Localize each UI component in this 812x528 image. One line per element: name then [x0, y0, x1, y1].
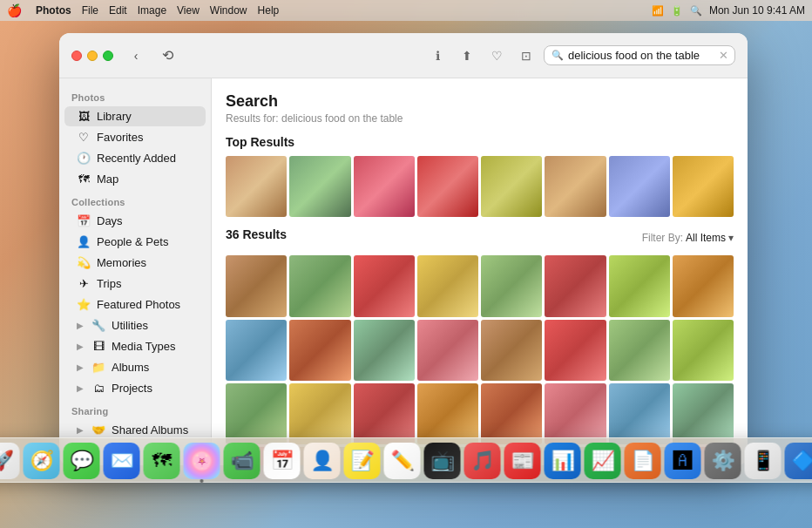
utilities-icon: 🔧 [91, 319, 105, 332]
menubar: 🍎 Photos File Edit Image View Window Hel… [0, 0, 812, 21]
table-row[interactable] [417, 156, 478, 217]
sidebar-item-trips[interactable]: ✈ Trips [64, 274, 206, 294]
dock-launchpad[interactable]: 🚀 [0, 443, 20, 479]
rotate-button[interactable]: ⟲ [155, 44, 179, 68]
sidebar-item-memories[interactable]: 💫 Memories [64, 253, 206, 273]
sidebar-item-map-label: Map [97, 173, 118, 186]
dock-maps[interactable]: 🗺 [144, 443, 180, 479]
table-row[interactable] [481, 156, 542, 217]
heart-icon[interactable]: ♡ [484, 44, 509, 68]
list-item[interactable] [354, 383, 415, 444]
recently-added-icon: 🕐 [77, 152, 91, 165]
list-item[interactable] [545, 320, 606, 381]
crop-icon[interactable]: ⊡ [514, 44, 538, 68]
dock-photos-dot [200, 479, 204, 483]
sidebar-item-days[interactable]: 📅 Days [64, 211, 206, 231]
sidebar-item-albums[interactable]: ▶ 📁 Albums [64, 357, 206, 377]
close-button[interactable] [71, 51, 82, 61]
dock-news[interactable]: 📰 [504, 443, 541, 479]
sidebar-item-people-pets[interactable]: 👤 People & Pets [64, 232, 206, 252]
dock-facetime[interactable]: 📹 [224, 443, 261, 479]
main-results-grid [226, 255, 734, 465]
dock-photos[interactable]: 🌸 [184, 443, 220, 479]
table-row[interactable] [673, 156, 734, 217]
search-clear-button[interactable]: ✕ [719, 49, 728, 62]
sidebar-item-projects[interactable]: ▶ 🗂 Projects [64, 378, 206, 398]
minimize-button[interactable] [87, 51, 98, 61]
dock-music[interactable]: 🎵 [464, 443, 501, 479]
menu-help[interactable]: Help [258, 4, 280, 17]
table-row[interactable] [609, 156, 670, 217]
sidebar-item-utilities[interactable]: ▶ 🔧 Utilities [64, 315, 206, 335]
filter-button[interactable]: Filter By: All Items ▾ [642, 232, 734, 244]
dock-system-preferences[interactable]: ⚙️ [705, 443, 741, 479]
list-item[interactable] [289, 255, 350, 316]
sidebar-item-trips-label: Trips [97, 277, 121, 290]
favorites-icon: ♡ [77, 131, 91, 144]
dock-contacts[interactable]: 👤 [304, 443, 341, 479]
sidebar-item-map[interactable]: 🗺 Map [64, 169, 206, 189]
dock-messages[interactable]: 💬 [64, 443, 100, 479]
menubar-search[interactable]: 🔍 [690, 5, 702, 17]
dock-numbers[interactable]: 📈 [585, 443, 621, 479]
menu-edit[interactable]: Edit [109, 4, 127, 17]
table-row[interactable] [354, 156, 415, 217]
list-item[interactable] [673, 255, 734, 316]
list-item[interactable] [226, 255, 287, 316]
media-types-icon: 🎞 [91, 340, 105, 353]
list-item[interactable] [609, 255, 670, 316]
menu-window[interactable]: Window [210, 4, 247, 17]
list-item[interactable] [481, 320, 542, 381]
dock-appletv[interactable]: 📺 [424, 443, 461, 479]
list-item[interactable] [226, 383, 287, 444]
fullscreen-button[interactable] [103, 51, 113, 61]
sidebar-item-featured-photos[interactable]: ⭐ Featured Photos [64, 294, 206, 315]
table-row[interactable] [545, 156, 606, 217]
sidebar-item-recently-added[interactable]: 🕐 Recently Added [64, 148, 206, 168]
menu-view[interactable]: View [177, 4, 200, 17]
filter-by-label: Filter By: [642, 232, 683, 244]
dock-screensavers[interactable]: 🔷 [785, 443, 813, 479]
sidebar-item-media-types[interactable]: ▶ 🎞 Media Types [64, 336, 206, 356]
titlebar-actions: ℹ ⬆ ♡ ⊡ 🔍 delicious food on the table ✕ [425, 44, 735, 68]
sidebar-item-favorites[interactable]: ♡ Favorites [64, 127, 206, 147]
list-item[interactable] [354, 255, 415, 316]
dock-pages[interactable]: 📄 [625, 443, 661, 479]
info-icon[interactable]: ℹ [425, 44, 450, 68]
list-item[interactable] [609, 383, 670, 444]
list-item[interactable] [289, 383, 350, 444]
dock-freeform[interactable]: ✏️ [384, 443, 421, 479]
list-item[interactable] [417, 255, 478, 316]
table-row[interactable] [289, 156, 350, 217]
dock-iphone[interactable]: 📱 [745, 443, 782, 479]
sidebar-item-library[interactable]: 🖼 Library [64, 106, 206, 126]
list-item[interactable] [417, 383, 478, 444]
list-item[interactable] [545, 255, 606, 316]
dock-mail[interactable]: ✉️ [104, 443, 140, 479]
dock-calendar[interactable]: 📅 [264, 443, 301, 479]
dock-keynote[interactable]: 📊 [545, 443, 581, 479]
table-row[interactable] [226, 156, 287, 217]
list-item[interactable] [481, 383, 542, 444]
search-input[interactable]: delicious food on the table [568, 49, 714, 62]
menu-image[interactable]: Image [138, 4, 166, 17]
menu-file[interactable]: File [82, 4, 98, 17]
back-button[interactable]: ‹ [124, 44, 148, 68]
list-item[interactable] [226, 320, 287, 381]
list-item[interactable] [609, 320, 670, 381]
dock-safari[interactable]: 🧭 [24, 443, 60, 479]
list-item[interactable] [545, 383, 606, 444]
sidebar-item-library-label: Library [97, 110, 132, 123]
list-item[interactable] [481, 255, 542, 316]
list-item[interactable] [673, 320, 734, 381]
dock-appstore[interactable]: 🅰 [665, 443, 701, 479]
list-item[interactable] [354, 320, 415, 381]
menu-photos[interactable]: Photos [36, 4, 71, 17]
share-icon[interactable]: ⬆ [455, 44, 479, 68]
list-item[interactable] [417, 320, 478, 381]
map-icon: 🗺 [77, 173, 91, 186]
list-item[interactable] [289, 320, 350, 381]
dock-notes[interactable]: 📝 [344, 443, 381, 479]
apple-menu[interactable]: 🍎 [7, 3, 22, 17]
list-item[interactable] [673, 383, 734, 444]
